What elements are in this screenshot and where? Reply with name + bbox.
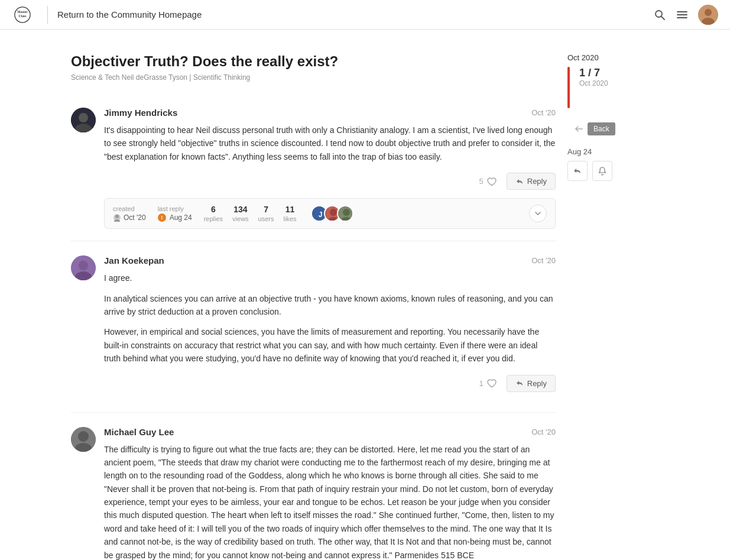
sidebar-progress-fill: [567, 67, 570, 108]
meta-created: created Oct '20: [113, 205, 146, 222]
stat-likes: 11 likes: [284, 205, 297, 222]
meta-last-reply: last reply ! Aug 24: [158, 205, 192, 222]
svg-line-4: [661, 17, 664, 20]
warning-icon: !: [158, 213, 166, 222]
post-2-text: I agree. In analytical sciences you can …: [104, 271, 556, 365]
svg-point-15: [115, 215, 119, 218]
svg-point-3: [656, 11, 662, 17]
post-2-para-2: In analytical sciences you can arrive at…: [104, 292, 556, 319]
post-1-like-count: 5: [479, 177, 484, 186]
avatar-jan-koekepan: [71, 255, 96, 280]
post-2-body: Jan Koekepan Oct '20 I agree. In analyti…: [104, 255, 556, 400]
post-2-header: Jan Koekepan Oct '20: [104, 255, 556, 266]
avatar-michael-guy-lee: [71, 427, 96, 452]
post-3-body: Michael Guy Lee Oct '20 The difficulty i…: [104, 427, 556, 560]
svg-point-29: [78, 431, 89, 442]
post-1-actions: 5 Reply: [104, 173, 556, 190]
sidebar-back-area: Back: [575, 118, 662, 140]
hamburger-menu-icon[interactable]: [676, 8, 689, 21]
post-1-body: Jimmy Hendricks Oct '20 It's disappointi…: [104, 108, 556, 229]
last-reply-label: last reply: [158, 205, 192, 212]
site-title[interactable]: Return to the Community Homepage: [57, 9, 202, 20]
post-1: Jimmy Hendricks Oct '20 It's disappointi…: [71, 96, 556, 241]
logo[interactable]: Master Class: [12, 4, 33, 25]
stat-users: 7 users: [258, 205, 274, 222]
post-2-para-1: I agree.: [104, 271, 556, 284]
meta-avatars: J: [311, 205, 353, 222]
sidebar-action-buttons: [567, 161, 662, 181]
mini-avatar-l: [337, 205, 353, 222]
created-date: Oct '20: [124, 213, 146, 222]
expand-post-button[interactable]: [529, 205, 547, 222]
created-label: created: [113, 205, 146, 212]
sidebar: Oct 2020 1 / 7 Oct 2020 Back Aug 24: [567, 53, 662, 560]
post-1-reply-button[interactable]: Reply: [507, 173, 556, 190]
last-reply-date: Aug 24: [170, 213, 192, 222]
svg-point-12: [79, 113, 88, 122]
sidebar-oct-section: Oct 2020 1 / 7 Oct 2020: [567, 53, 662, 108]
post-1-meta: created Oct '20 last reply: [104, 198, 556, 229]
stat-views: 134 views: [232, 205, 249, 222]
svg-point-9: [705, 9, 712, 16]
sidebar-bar-container: [567, 67, 570, 108]
main-container: Objectiver Truth? Does the really exist?…: [0, 30, 730, 560]
sidebar-page-info: 1 / 7 Oct 2020: [575, 67, 608, 88]
breadcrumb: Science & Tech Neil deGrasse Tyson | Sci…: [71, 73, 556, 82]
post-1-like-button[interactable]: 5: [479, 176, 497, 187]
header-divider: [47, 6, 48, 24]
sidebar-bell-button[interactable]: [592, 161, 612, 181]
svg-text:J: J: [318, 211, 322, 219]
post-2-author: Jan Koekepan: [104, 255, 164, 266]
post-3-header: Michael Guy Lee Oct '20: [104, 427, 556, 437]
post-3-text: The difficulty is trying to figure out w…: [104, 443, 556, 560]
post-2-like-button[interactable]: 1: [479, 378, 497, 389]
post-1-text: It's disappointing to hear Neil discuss …: [104, 124, 556, 163]
post-2-reply-button[interactable]: Reply: [507, 375, 556, 392]
post-2-like-count: 1: [479, 379, 484, 388]
post-2-actions: 1 Reply: [104, 375, 556, 392]
post-2-para-3: However, in empirical and social science…: [104, 325, 556, 365]
sidebar-progress-bar: [567, 67, 570, 108]
svg-point-23: [343, 209, 350, 216]
post-2-date: Oct '20: [531, 256, 556, 265]
sidebar-reply-button[interactable]: [567, 161, 588, 181]
sidebar-aug-label: Aug 24: [567, 147, 662, 156]
sidebar-month-1: Oct 2020: [567, 53, 662, 62]
content-area: Objectiver Truth? Does the really exist?…: [71, 53, 556, 560]
search-icon[interactable]: [653, 8, 666, 21]
header-left: Master Class Return to the Community Hom…: [12, 4, 202, 25]
svg-point-26: [79, 261, 88, 270]
page-title: Objectiver Truth? Does the really exist?: [71, 53, 556, 70]
svg-point-20: [330, 209, 337, 216]
meta-stats: 6 replies 134 views 7 users 11: [204, 205, 297, 222]
back-button[interactable]: Back: [588, 122, 615, 135]
post-1-date: Oct '20: [531, 108, 556, 117]
post-2: Jan Koekepan Oct '20 I agree. In analyti…: [71, 244, 556, 412]
svg-text:Master: Master: [17, 9, 28, 13]
svg-text:Class: Class: [18, 14, 27, 18]
sidebar-progress-area: 1 / 7 Oct 2020: [567, 67, 662, 108]
sidebar-page-date: Oct 2020: [579, 79, 608, 88]
header-right: [653, 5, 718, 25]
back-arrow-icon: [575, 126, 584, 132]
post-3: Michael Guy Lee Oct '20 The difficulty i…: [71, 415, 556, 560]
site-header: Master Class Return to the Community Hom…: [0, 0, 730, 30]
post-1-author: Jimmy Hendricks: [104, 108, 177, 118]
post-3-author: Michael Guy Lee: [104, 427, 174, 437]
post-1-header: Jimmy Hendricks Oct '20: [104, 108, 556, 118]
stat-replies: 6 replies: [204, 205, 223, 222]
post-3-date: Oct '20: [531, 428, 556, 436]
sidebar-page-count: 1 / 7: [579, 67, 608, 79]
user-avatar-header[interactable]: [698, 5, 718, 25]
avatar-jimmy-hendricks: [71, 108, 96, 132]
